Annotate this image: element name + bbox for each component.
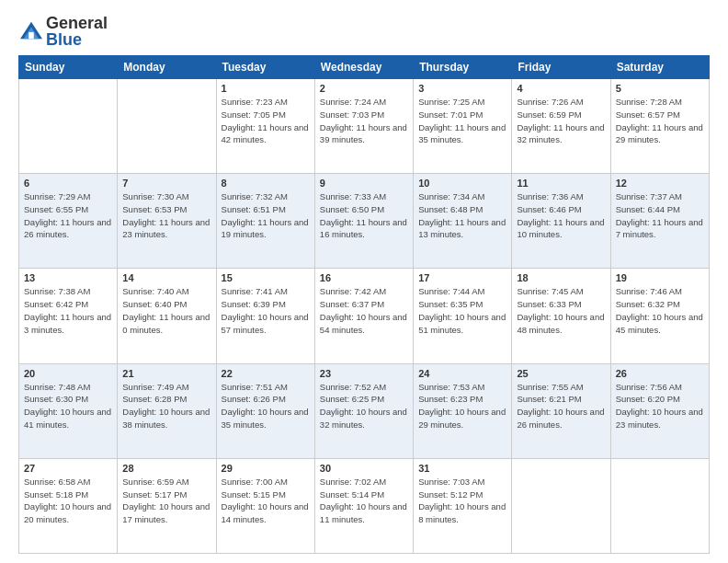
day-number: 25 [517,368,605,379]
day-number: 15 [222,272,310,283]
day-info: Sunrise: 7:26 AM Sunset: 6:59 PM Dayligh… [517,96,605,146]
day-info: Sunrise: 7:55 AM Sunset: 6:21 PM Dayligh… [517,381,605,431]
day-info: Sunrise: 7:03 AM Sunset: 5:12 PM Dayligh… [418,476,506,526]
table-row [19,79,118,174]
day-number: 11 [517,178,605,189]
day-info: Sunrise: 7:41 AM Sunset: 6:39 PM Dayligh… [222,285,310,336]
day-number: 17 [418,272,506,283]
day-number: 2 [320,83,408,94]
day-number: 12 [616,178,704,189]
day-info: Sunrise: 7:52 AM Sunset: 6:25 PM Dayligh… [320,381,408,431]
table-row: 15Sunrise: 7:41 AM Sunset: 6:39 PM Dayli… [216,269,314,363]
table-row: 13Sunrise: 7:38 AM Sunset: 6:42 PM Dayli… [19,269,118,363]
day-number: 6 [24,178,112,189]
day-number: 7 [122,178,210,189]
day-number: 9 [320,178,408,189]
day-info: Sunrise: 7:51 AM Sunset: 6:26 PM Dayligh… [222,381,310,431]
day-number: 23 [320,368,408,379]
col-wednesday: Wednesday [314,56,413,79]
day-info: Sunrise: 7:25 AM Sunset: 7:01 PM Dayligh… [418,96,506,146]
day-number: 20 [24,368,112,379]
day-number: 8 [222,178,310,189]
calendar-table: Sunday Monday Tuesday Wednesday Thursday… [18,55,710,554]
table-row: 29Sunrise: 7:00 AM Sunset: 5:15 PM Dayli… [216,458,314,553]
table-row: 28Sunrise: 6:59 AM Sunset: 5:17 PM Dayli… [118,458,216,553]
table-row: 25Sunrise: 7:55 AM Sunset: 6:21 PM Dayli… [512,363,610,458]
logo-line2: Blue [46,31,108,48]
table-row: 8Sunrise: 7:32 AM Sunset: 6:51 PM Daylig… [216,174,314,269]
table-row: 3Sunrise: 7:25 AM Sunset: 7:01 PM Daylig… [414,79,512,174]
day-number: 30 [320,463,408,474]
table-row: 18Sunrise: 7:45 AM Sunset: 6:33 PM Dayli… [512,269,610,363]
table-row: 12Sunrise: 7:37 AM Sunset: 6:44 PM Dayli… [610,174,709,269]
table-row: 17Sunrise: 7:44 AM Sunset: 6:35 PM Dayli… [414,269,512,363]
logo: General Blue [18,15,108,48]
day-info: Sunrise: 7:42 AM Sunset: 6:37 PM Dayligh… [320,285,408,336]
col-thursday: Thursday [414,56,512,79]
day-number: 3 [418,83,506,94]
day-info: Sunrise: 6:58 AM Sunset: 5:18 PM Dayligh… [24,476,112,526]
day-number: 21 [122,368,210,379]
table-row: 11Sunrise: 7:36 AM Sunset: 6:46 PM Dayli… [512,174,610,269]
day-info: Sunrise: 7:23 AM Sunset: 7:05 PM Dayligh… [222,96,310,146]
table-row: 22Sunrise: 7:51 AM Sunset: 6:26 PM Dayli… [216,363,314,458]
table-row [118,79,216,174]
day-info: Sunrise: 7:30 AM Sunset: 6:53 PM Dayligh… [122,190,210,241]
day-info: Sunrise: 7:36 AM Sunset: 6:46 PM Dayligh… [517,190,605,241]
table-row: 26Sunrise: 7:56 AM Sunset: 6:20 PM Dayli… [610,363,709,458]
day-number: 18 [517,272,605,283]
day-info: Sunrise: 7:28 AM Sunset: 6:57 PM Dayligh… [616,96,704,146]
day-info: Sunrise: 7:34 AM Sunset: 6:48 PM Dayligh… [418,190,506,241]
day-info: Sunrise: 7:00 AM Sunset: 5:15 PM Dayligh… [222,476,310,526]
table-row: 20Sunrise: 7:48 AM Sunset: 6:30 PM Dayli… [19,363,118,458]
col-tuesday: Tuesday [216,56,314,79]
day-number: 31 [418,463,506,474]
table-row: 2Sunrise: 7:24 AM Sunset: 7:03 PM Daylig… [314,79,413,174]
day-info: Sunrise: 7:46 AM Sunset: 6:32 PM Dayligh… [616,285,704,336]
table-row [610,458,709,553]
svg-rect-2 [28,32,34,39]
table-row: 21Sunrise: 7:49 AM Sunset: 6:28 PM Dayli… [118,363,216,458]
day-number: 16 [320,272,408,283]
col-friday: Friday [512,56,610,79]
day-info: Sunrise: 7:49 AM Sunset: 6:28 PM Dayligh… [122,381,210,431]
logo-icon [18,20,44,42]
table-row: 1Sunrise: 7:23 AM Sunset: 7:05 PM Daylig… [216,79,314,174]
day-number: 4 [517,83,605,94]
day-number: 10 [418,178,506,189]
day-info: Sunrise: 7:45 AM Sunset: 6:33 PM Dayligh… [517,285,605,336]
day-info: Sunrise: 7:44 AM Sunset: 6:35 PM Dayligh… [418,285,506,336]
table-row: 30Sunrise: 7:02 AM Sunset: 5:14 PM Dayli… [314,458,413,553]
table-row: 19Sunrise: 7:46 AM Sunset: 6:32 PM Dayli… [610,269,709,363]
day-info: Sunrise: 7:37 AM Sunset: 6:44 PM Dayligh… [616,190,704,241]
day-info: Sunrise: 6:59 AM Sunset: 5:17 PM Dayligh… [122,476,210,526]
day-number: 13 [24,272,112,283]
table-row: 16Sunrise: 7:42 AM Sunset: 6:37 PM Dayli… [314,269,413,363]
col-sunday: Sunday [19,56,118,79]
col-saturday: Saturday [610,56,709,79]
day-number: 5 [616,83,704,94]
day-number: 27 [24,463,112,474]
day-number: 14 [122,272,210,283]
day-number: 22 [222,368,310,379]
header: General Blue [18,15,710,48]
day-number: 26 [616,368,704,379]
day-info: Sunrise: 7:29 AM Sunset: 6:55 PM Dayligh… [24,190,112,241]
day-number: 24 [418,368,506,379]
table-row: 24Sunrise: 7:53 AM Sunset: 6:23 PM Dayli… [414,363,512,458]
day-number: 19 [616,272,704,283]
day-number: 29 [222,463,310,474]
page: General Blue Sunday Monday Tuesday Wedne… [0,0,728,563]
col-monday: Monday [118,56,216,79]
day-info: Sunrise: 7:48 AM Sunset: 6:30 PM Dayligh… [24,381,112,431]
table-row: 9Sunrise: 7:33 AM Sunset: 6:50 PM Daylig… [314,174,413,269]
day-info: Sunrise: 7:40 AM Sunset: 6:40 PM Dayligh… [122,285,210,336]
table-row: 4Sunrise: 7:26 AM Sunset: 6:59 PM Daylig… [512,79,610,174]
day-info: Sunrise: 7:02 AM Sunset: 5:14 PM Dayligh… [320,476,408,526]
table-row: 23Sunrise: 7:52 AM Sunset: 6:25 PM Dayli… [314,363,413,458]
day-info: Sunrise: 7:33 AM Sunset: 6:50 PM Dayligh… [320,190,408,241]
table-row: 14Sunrise: 7:40 AM Sunset: 6:40 PM Dayli… [118,269,216,363]
day-number: 1 [222,83,310,94]
table-row: 31Sunrise: 7:03 AM Sunset: 5:12 PM Dayli… [414,458,512,553]
day-number: 28 [122,463,210,474]
